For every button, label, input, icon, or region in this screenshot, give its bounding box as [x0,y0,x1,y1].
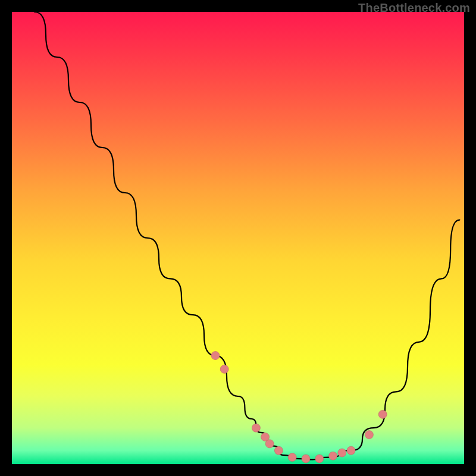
chart-frame: TheBottleneck.com [0,0,476,476]
marker-dot [302,455,310,463]
marker-dot [378,410,387,418]
marker-dot [252,424,260,432]
marker-dot [274,446,283,455]
marker-dot [329,452,337,460]
marker-dot [288,453,296,462]
marker-dot [265,440,274,448]
curve-svg [12,12,464,464]
bottleneck-curve [35,12,459,459]
marker-dot [338,449,346,457]
marker-dot [347,446,355,455]
marker-dot [365,431,373,439]
marker-dot [315,455,324,463]
marker-dot [211,352,220,360]
marker-dot [220,365,228,373]
plot-area [12,12,464,464]
